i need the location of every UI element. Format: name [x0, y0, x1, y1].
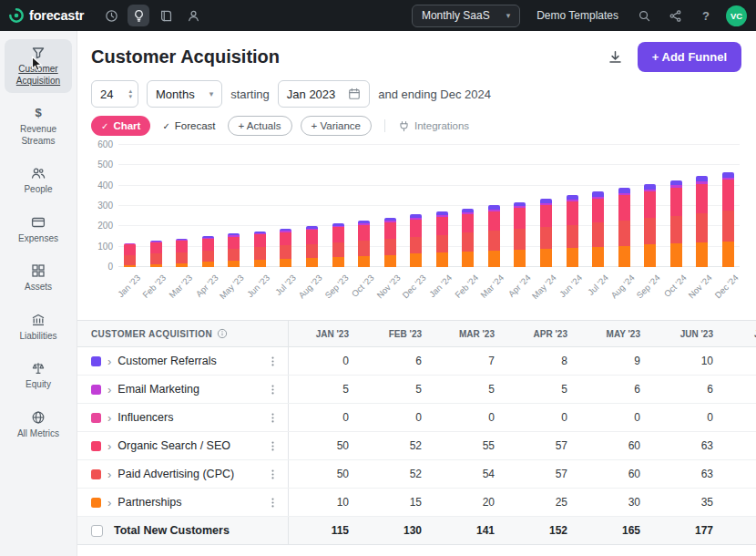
forecastr-logo[interactable]: forecastr	[9, 8, 84, 23]
cell-value[interactable]: 0	[434, 411, 507, 424]
expand-chevron-icon[interactable]: ›	[107, 468, 111, 480]
cell-value[interactable]: 6	[362, 355, 434, 367]
bar-nov-23[interactable]: Nov '23	[384, 145, 396, 267]
bar-aug-24[interactable]: Aug '24	[618, 145, 630, 267]
cell-value[interactable]: 7	[434, 355, 507, 367]
bar-apr-24[interactable]: Apr '24	[514, 145, 526, 267]
row-menu-icon[interactable]	[267, 384, 288, 396]
bar-dec-24[interactable]: Dec '24	[722, 145, 734, 267]
cell-value[interactable]: 20	[434, 496, 507, 509]
cell-value[interactable]: 0	[289, 411, 362, 424]
cell-value[interactable]: 50	[289, 468, 362, 480]
bar-mar-23[interactable]: Mar '23	[176, 145, 188, 267]
demo-templates-label[interactable]: Demo Templates	[536, 9, 618, 22]
info-icon[interactable]	[217, 328, 228, 339]
expand-chevron-icon[interactable]: ›	[107, 355, 111, 367]
bar-nov-24[interactable]: Nov '24	[696, 145, 708, 267]
lightbulb-icon[interactable]	[128, 5, 149, 26]
search-icon[interactable]	[633, 5, 655, 26]
cell-value[interactable]: 25	[507, 496, 580, 509]
bar-oct-24[interactable]: Oct '24	[670, 145, 682, 267]
row-name[interactable]: Partnerships	[117, 496, 181, 509]
row-menu-icon[interactable]	[267, 497, 288, 509]
cell-value[interactable]: 55	[434, 439, 507, 452]
sidebar-item-liabilities[interactable]: Liabilities	[5, 306, 72, 349]
bar-apr-23[interactable]: Apr '23	[202, 145, 214, 267]
cell-value[interactable]: 60	[580, 468, 653, 480]
bar-jun-23[interactable]: Jun '23	[254, 145, 266, 267]
expand-chevron-icon[interactable]: ›	[107, 412, 111, 424]
bar-mar-24[interactable]: Mar '24	[488, 145, 500, 267]
expand-chevron-icon[interactable]: ›	[107, 497, 111, 509]
bar-jan-23[interactable]: Jan '23	[124, 145, 136, 267]
cell-value[interactable]: 50	[289, 439, 362, 452]
bar-may-23[interactable]: May '23	[228, 145, 240, 267]
stepper-arrows[interactable]: ▴▾	[128, 88, 132, 99]
cell-value[interactable]: 6	[653, 383, 726, 396]
cell-value[interactable]: 0	[362, 411, 434, 424]
bar-jan-24[interactable]: Jan '24	[436, 145, 448, 267]
bar-aug-23[interactable]: Aug '23	[306, 145, 318, 267]
bar-jul-23[interactable]: Jul '23	[280, 145, 291, 267]
bar-dec-23[interactable]: Dec '23	[410, 145, 422, 267]
cell-value[interactable]: 0	[507, 411, 580, 424]
cell-value[interactable]: 35	[653, 496, 726, 509]
period-count-input[interactable]: 24 ▴▾	[91, 80, 138, 108]
cell-value[interactable]: 5	[434, 383, 507, 396]
cell-value[interactable]: 15	[362, 496, 434, 509]
bar-feb-24[interactable]: Feb '24	[462, 145, 474, 267]
period-unit-select[interactable]: Months ▾	[147, 80, 222, 108]
sidebar-item-equity[interactable]: Equity	[5, 355, 72, 397]
actuals-toggle[interactable]: + Actuals	[228, 116, 292, 136]
sidebar-item-all-metrics[interactable]: All Metrics	[5, 404, 72, 447]
row-menu-icon[interactable]	[267, 468, 288, 480]
bar-oct-23[interactable]: Oct '23	[358, 145, 370, 267]
cell-value[interactable]: 63	[653, 439, 726, 452]
integrations-button[interactable]: Integrations	[398, 120, 469, 132]
sidebar-item-expenses[interactable]: Expenses	[5, 209, 72, 252]
bar-jul-24[interactable]: Jul '24	[592, 145, 604, 267]
cell-value[interactable]: 60	[580, 439, 653, 452]
book-icon[interactable]	[155, 5, 177, 26]
help-icon[interactable]: ?	[695, 5, 717, 26]
row-menu-icon[interactable]	[267, 355, 288, 367]
workspace-select[interactable]: Monthly SaaS ▾	[412, 5, 520, 27]
cell-value[interactable]: 5	[289, 383, 362, 396]
row-name[interactable]: Organic Search / SEO	[117, 439, 230, 452]
sidebar-item-assets[interactable]: Assets	[5, 257, 72, 300]
chart-toggle[interactable]: ✓ Chart	[91, 116, 150, 136]
row-name[interactable]: Paid Advertising (CPC)	[117, 468, 234, 480]
cell-value[interactable]: 10	[653, 355, 726, 367]
bar-may-24[interactable]: May '24	[540, 145, 552, 267]
total-row-checkbox[interactable]	[91, 525, 103, 537]
cell-value[interactable]: 8	[507, 355, 580, 367]
row-menu-icon[interactable]	[267, 412, 288, 424]
cell-value[interactable]: 0	[289, 355, 362, 367]
cell-value[interactable]: 52	[362, 468, 434, 480]
add-funnel-button[interactable]: + Add Funnel	[638, 42, 741, 72]
row-name[interactable]: Email Marketing	[117, 383, 199, 396]
cell-value[interactable]: 57	[507, 468, 580, 480]
cell-value[interactable]: 5	[362, 383, 434, 396]
bar-sep-23[interactable]: Sep '23	[332, 145, 344, 267]
share-icon[interactable]	[664, 5, 686, 26]
sidebar-item-revenue-streams[interactable]: $Revenue Streams	[5, 99, 72, 153]
cell-value[interactable]: 9	[580, 355, 653, 367]
forecast-toggle[interactable]: ✓ Forecast	[158, 120, 219, 131]
bar-feb-23[interactable]: Feb '23	[150, 145, 162, 267]
row-menu-icon[interactable]	[267, 440, 288, 452]
expand-chevron-icon[interactable]: ›	[107, 384, 111, 396]
cell-value[interactable]: 0	[580, 411, 653, 424]
cell-value[interactable]: 5	[507, 383, 580, 396]
row-name[interactable]: Customer Referrals	[117, 355, 216, 367]
cell-value[interactable]: 6	[580, 383, 653, 396]
cell-value[interactable]: 54	[434, 468, 507, 480]
cell-value[interactable]: 30	[580, 496, 653, 509]
bar-sep-24[interactable]: Sep '24	[644, 145, 656, 267]
dashboard-clock-icon[interactable]	[100, 5, 122, 26]
cell-value[interactable]: 52	[362, 439, 434, 452]
expand-chevron-icon[interactable]: ›	[107, 440, 111, 452]
variance-toggle[interactable]: + Variance	[301, 116, 372, 136]
person-icon[interactable]	[182, 5, 204, 26]
sidebar-item-people[interactable]: People	[5, 160, 72, 202]
